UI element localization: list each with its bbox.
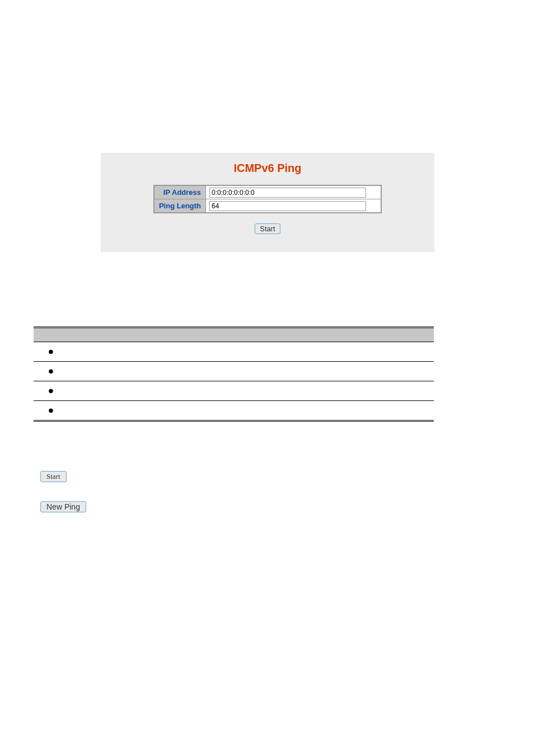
bullet-icon: • bbox=[34, 362, 120, 381]
bullet-icon: • bbox=[34, 381, 120, 401]
description-cell bbox=[120, 401, 434, 421]
new-ping-button-block: New Ping bbox=[40, 501, 86, 512]
new-ping-button[interactable]: New Ping bbox=[40, 501, 86, 512]
ip-address-cell bbox=[206, 185, 382, 199]
description-table: • • • • bbox=[34, 326, 434, 422]
page: ICMPv6 Ping IP Address Ping Length Start bbox=[0, 0, 534, 756]
description-row: • bbox=[34, 381, 434, 401]
description-row: • bbox=[34, 362, 434, 381]
form-row-ip: IP Address bbox=[154, 185, 381, 199]
bullet-icon: • bbox=[34, 401, 120, 421]
ping-length-input[interactable] bbox=[209, 201, 366, 211]
description-cell bbox=[120, 381, 434, 401]
start-button-block: Start bbox=[40, 471, 67, 482]
start-button[interactable]: Start bbox=[255, 223, 280, 234]
description-header-desc bbox=[120, 328, 434, 342]
panel-title: ICMPv6 Ping bbox=[101, 162, 434, 175]
start-button-secondary[interactable]: Start bbox=[40, 471, 67, 482]
description-row: • bbox=[34, 342, 434, 362]
form-row-length: Ping Length bbox=[154, 199, 381, 213]
ping-length-label: Ping Length bbox=[154, 199, 206, 213]
ip-address-label: IP Address bbox=[154, 185, 206, 199]
description-cell bbox=[120, 362, 434, 381]
description-header-label bbox=[34, 328, 120, 342]
bullet-icon: • bbox=[34, 342, 120, 362]
ip-address-input[interactable] bbox=[209, 188, 366, 198]
ping-form-table: IP Address Ping Length bbox=[153, 185, 382, 213]
ping-length-cell bbox=[206, 199, 382, 213]
icmpv6-ping-panel: ICMPv6 Ping IP Address Ping Length Start bbox=[101, 153, 434, 252]
description-row: • bbox=[34, 401, 434, 421]
panel-button-row: Start bbox=[101, 223, 434, 234]
description-header-row bbox=[34, 328, 434, 342]
description-cell bbox=[120, 342, 434, 362]
